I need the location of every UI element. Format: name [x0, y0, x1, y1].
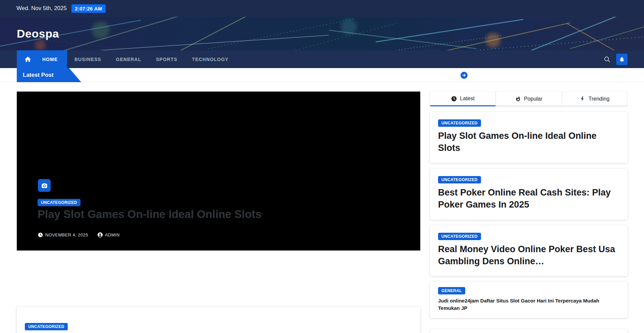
nav-item-home[interactable]: HOME — [42, 57, 58, 62]
user-icon — [98, 232, 103, 237]
latest-post-ticker: Latest Post — [0, 68, 644, 82]
main-column: UNCATEGORIZED Play Slot Games On-line Id… — [17, 92, 420, 333]
post-category-badge[interactable]: UNCATEGORIZED — [438, 119, 481, 127]
post-category-badge[interactable]: GENERAL — [438, 287, 465, 294]
tab-popular-label: Popular — [524, 96, 542, 102]
nav-item-sports[interactable]: SPORTS — [156, 50, 177, 68]
bolt-icon — [580, 96, 586, 102]
sidebar-tabs: Latest Popular Trending — [430, 92, 628, 106]
post-list-card: UNCATEGORIZED — [17, 307, 420, 333]
tab-latest[interactable]: Latest — [430, 92, 496, 106]
home-icon — [24, 56, 32, 63]
sidebar-post-title[interactable]: Judi online24jam Daftar Situs Slot Gacor… — [438, 297, 620, 312]
sidebar: Latest Popular Trending UNCATEGORIZED Pl… — [430, 92, 628, 333]
tab-trending-label: Trending — [589, 96, 610, 102]
nav-active-block: HOME — [17, 50, 67, 68]
tab-latest-label: Latest — [460, 96, 475, 102]
header-network-background — [0, 17, 644, 50]
camera-icon — [41, 182, 48, 189]
notifications-button[interactable] — [616, 54, 628, 65]
featured-post-date-text: NOVEMBER 4, 2025 — [45, 232, 88, 237]
tab-popular[interactable]: Popular — [496, 92, 561, 106]
nav-home-icon-link[interactable] — [24, 56, 32, 63]
page-content: UNCATEGORIZED Play Slot Games On-line Id… — [0, 82, 644, 333]
clock-icon — [451, 96, 457, 102]
search-widget: Search — [430, 329, 628, 333]
featured-post-title[interactable]: Play Slot Games On-line Ideal Online Slo… — [38, 208, 390, 221]
sidebar-post-title[interactable]: Play Slot Games On-line Ideal Online Slo… — [438, 130, 620, 154]
sidebar-post-card: UNCATEGORIZED Real Money Video Online Po… — [430, 225, 628, 276]
nav-item-general[interactable]: GENERAL — [116, 50, 141, 68]
featured-post-meta: NOVEMBER 4, 2025 ADMIN — [38, 232, 120, 237]
flame-icon — [515, 96, 521, 102]
camera-badge — [38, 179, 51, 192]
nav-item-technology[interactable]: TECHNOLOGY — [192, 50, 229, 68]
arrow-right-circle-icon — [460, 71, 468, 79]
ticker-next-button[interactable] — [460, 71, 468, 79]
search-toggle-button[interactable] — [603, 56, 611, 63]
sidebar-post-title[interactable]: Real Money Video Online Poker Best Usa G… — [438, 243, 620, 268]
site-logo-title[interactable]: Deospa — [17, 27, 59, 40]
post-category-badge[interactable]: UNCATEGORIZED — [25, 323, 68, 330]
nav-right-actions — [603, 50, 628, 68]
nav-links: BUSINESS GENERAL SPORTS TECHNOLOGY — [74, 50, 228, 68]
bell-icon — [619, 56, 625, 62]
featured-post-author[interactable]: ADMIN — [98, 232, 120, 237]
main-navigation: HOME BUSINESS GENERAL SPORTS TECHNOLOGY — [0, 50, 644, 68]
current-date: Wed. Nov 5th, 2025 — [16, 5, 67, 12]
sidebar-post-card: UNCATEGORIZED Play Slot Games On-line Id… — [430, 112, 628, 163]
search-icon — [603, 56, 611, 63]
ticker-label: Latest Post — [17, 68, 81, 82]
sidebar-post-card: UNCATEGORIZED Best Poker Online Real Cas… — [430, 169, 628, 220]
sidebar-post-card: GENERAL Judi online24jam Daftar Situs Sl… — [430, 282, 628, 318]
tab-trending[interactable]: Trending — [562, 92, 628, 106]
featured-post-author-text: ADMIN — [105, 232, 120, 237]
clock-icon — [38, 232, 43, 237]
current-time-badge: 2:07:26 AM — [71, 4, 106, 13]
top-bar: Wed. Nov 5th, 2025 2:07:26 AM — [0, 0, 644, 17]
post-category-badge[interactable]: UNCATEGORIZED — [438, 176, 481, 183]
sidebar-post-title[interactable]: Best Poker Online Real Cash Sites: Play … — [438, 187, 620, 211]
featured-post[interactable]: UNCATEGORIZED Play Slot Games On-line Id… — [17, 92, 420, 251]
post-category-badge[interactable]: UNCATEGORIZED — [438, 233, 481, 240]
nav-item-business[interactable]: BUSINESS — [74, 50, 101, 68]
site-header: Deospa — [0, 17, 644, 50]
featured-category-badge[interactable]: UNCATEGORIZED — [38, 199, 80, 206]
featured-post-date: NOVEMBER 4, 2025 — [38, 232, 88, 237]
